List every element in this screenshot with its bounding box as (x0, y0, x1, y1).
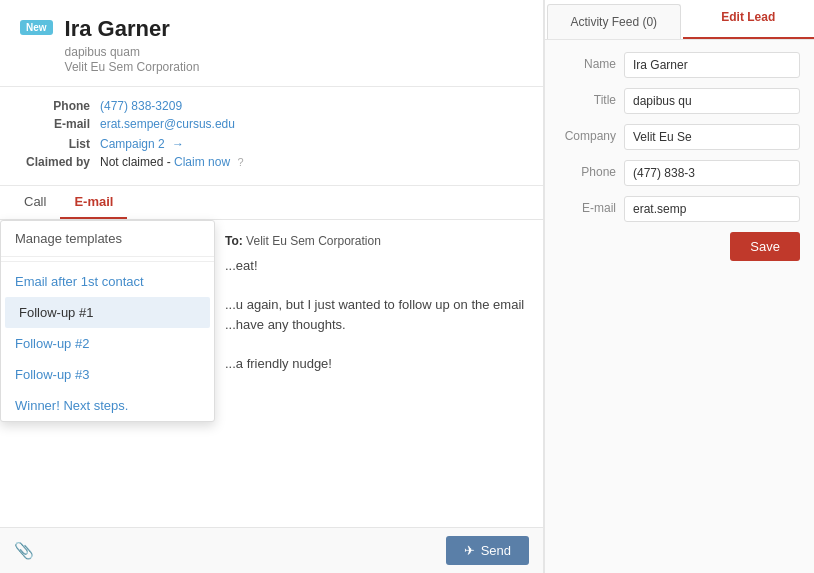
list-value: Campaign 2 → (100, 137, 184, 151)
send-button[interactable]: ✈ Send (446, 536, 529, 565)
template-item-2[interactable]: Follow-up #2 (1, 328, 214, 359)
manage-templates-item[interactable]: Manage templates (1, 221, 214, 257)
template-item-3[interactable]: Follow-up #3 (1, 359, 214, 390)
email-input[interactable] (624, 196, 800, 222)
company-field-label: Company (559, 124, 624, 143)
send-plane-icon: ✈ (464, 543, 475, 558)
tab-activity-feed[interactable]: Activity Feed (0) (547, 4, 681, 39)
save-button[interactable]: Save (730, 232, 800, 261)
company-input[interactable] (624, 124, 800, 150)
email-link[interactable]: erat.semper@cursus.edu (100, 117, 235, 131)
lead-company: Velit Eu Sem Corporation (65, 60, 200, 74)
claimed-by-value: Not claimed - Claim now ? (100, 155, 244, 169)
claimed-by-label: Claimed by (20, 155, 100, 169)
right-tabs: Activity Feed (0) Edit Lead (545, 0, 814, 40)
name-input[interactable] (624, 52, 800, 78)
dropdown-divider (1, 261, 214, 262)
phone-link[interactable]: (477) 838-3209 (100, 99, 182, 113)
compose-body[interactable]: ...eat! ...u again, but I just wanted to… (225, 256, 527, 373)
lead-header: New Ira Garner dapibus quam Velit Eu Sem… (0, 0, 543, 87)
lead-name: Ira Garner (65, 16, 200, 42)
tab-email[interactable]: E-mail (60, 186, 127, 219)
lead-subtitle: dapibus quam (65, 45, 200, 59)
phone-field-row: Phone (559, 160, 800, 186)
phone-input[interactable] (624, 160, 800, 186)
claim-now-link[interactable]: Claim now (174, 155, 230, 169)
template-dropdown: Manage templates Email after 1st contact… (0, 220, 215, 422)
tabs-bar: Call E-mail (0, 186, 543, 220)
phone-value: (477) 838-3209 (100, 99, 182, 113)
phone-field-label: Phone (559, 160, 624, 179)
company-field-row: Company (559, 124, 800, 150)
tab-call[interactable]: Call (10, 186, 60, 219)
title-input[interactable] (624, 88, 800, 114)
compose-footer: 📎 ✈ Send (0, 527, 543, 573)
right-panel: Activity Feed (0) Edit Lead Name Title C… (544, 0, 814, 573)
email-field-label: E-mail (559, 196, 624, 215)
new-badge: New (20, 20, 53, 35)
claim-help-icon[interactable]: ? (237, 156, 243, 168)
name-field-row: Name (559, 52, 800, 78)
template-item-4[interactable]: Winner! Next steps. (1, 390, 214, 421)
edit-lead-form: Name Title Company Phone (545, 40, 814, 573)
email-field-row: E-mail (559, 196, 800, 222)
compose-to: To: Velit Eu Sem Corporation (225, 234, 527, 248)
template-item-0[interactable]: Email after 1st contact (1, 266, 214, 297)
attach-icon[interactable]: 📎 (14, 541, 34, 560)
email-label: E-mail (20, 117, 100, 131)
title-field-row: Title (559, 88, 800, 114)
lead-info: Phone (477) 838-3209 E-mail erat.semper@… (0, 87, 543, 186)
template-item-1[interactable]: Follow-up #1 (5, 297, 210, 328)
campaign-arrow-icon: → (172, 137, 184, 151)
list-link[interactable]: Campaign 2 (100, 137, 165, 151)
phone-label: Phone (20, 99, 100, 113)
tab-edit-lead[interactable]: Edit Lead (683, 0, 815, 39)
email-value: erat.semper@cursus.edu (100, 117, 235, 131)
list-label: List (20, 137, 100, 151)
title-field-label: Title (559, 88, 624, 107)
name-field-label: Name (559, 52, 624, 71)
